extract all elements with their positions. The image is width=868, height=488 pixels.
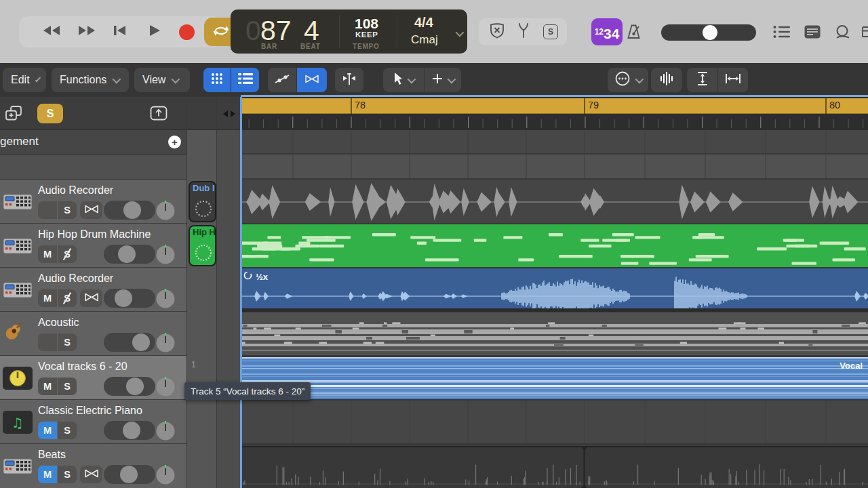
region-hiphop-midi[interactable] (241, 224, 868, 267)
new-track-button[interactable] (4, 105, 23, 125)
rewind-button[interactable] (38, 16, 65, 47)
pan-knob[interactable] (155, 243, 176, 265)
volume-slider[interactable] (104, 245, 155, 264)
hide-tracks-button[interactable] (150, 106, 167, 123)
solo-button[interactable]: S (57, 466, 77, 483)
waveform-zoom-button[interactable] (651, 68, 682, 92)
track-name[interactable]: Vocal tracks 6 - 20 (38, 361, 127, 373)
track-name[interactable]: Audio Recorder (38, 272, 113, 285)
track-name[interactable]: Classic Electric Piano (38, 405, 142, 417)
volume-thumb[interactable] (123, 201, 141, 219)
browser-button[interactable] (861, 25, 868, 41)
live-loops-cell-hiphop[interactable]: Hip H (189, 225, 216, 266)
pan-knob[interactable] (155, 420, 176, 441)
lcd-chevron-down-icon[interactable] (456, 27, 462, 39)
volume-thumb[interactable] (123, 422, 140, 439)
track-row-2[interactable]: Hip Hop Drum Machine MS (0, 224, 186, 268)
loop-browser-button[interactable] (833, 24, 851, 42)
mute-button[interactable]: M (38, 245, 57, 263)
vertical-auto-zoom-button[interactable] (687, 68, 717, 92)
volume-slider[interactable] (104, 465, 155, 484)
volume-slider[interactable] (104, 289, 155, 308)
track-name[interactable]: Beats (38, 449, 66, 461)
live-loops-cell-dub[interactable]: Dub I (189, 181, 216, 222)
volume-thumb[interactable] (132, 333, 150, 351)
add-arrangement-marker-button[interactable]: + (168, 136, 181, 148)
track-row-1[interactable]: Audio Recorder S (0, 180, 186, 224)
playhead[interactable] (240, 97, 242, 488)
region-audio-halfspeed[interactable]: ½x (241, 268, 868, 308)
volume-thumb[interactable] (126, 378, 144, 395)
pan-knob[interactable] (155, 464, 176, 485)
solo-mode-button[interactable]: S (538, 18, 563, 45)
notes-button[interactable] (804, 25, 821, 41)
record-button[interactable] (179, 24, 195, 40)
bar-ruler[interactable]: 787980 (241, 97, 868, 130)
mute-button[interactable]: M (38, 422, 57, 439)
track-name[interactable]: Audio Recorder (38, 184, 113, 197)
lcd-display[interactable]: 0 87 4 BAR BEAT 108 KEEP TEMPO 4/4 Cmaj (231, 9, 467, 54)
secondary-tool-menu[interactable] (425, 68, 461, 92)
play-button[interactable] (142, 16, 167, 47)
track-row-6[interactable]: ♫ Classic Electric Piano MS (0, 400, 186, 444)
track-name[interactable]: Acoustic (38, 317, 79, 329)
pointer-tool-menu[interactable] (383, 68, 424, 92)
volume-thumb[interactable] (120, 466, 138, 483)
region-vocal-stack[interactable]: Vocal (241, 357, 868, 399)
solo-button[interactable]: S (57, 333, 77, 351)
horizontal-auto-zoom-button[interactable] (718, 68, 748, 92)
solo-button[interactable]: S (57, 289, 77, 307)
count-in-button[interactable]: 1234 (591, 18, 623, 45)
pan-knob[interactable] (155, 331, 176, 353)
automation-button[interactable] (268, 68, 296, 92)
edit-menu[interactable]: Edit (3, 68, 46, 92)
view-menu[interactable]: View (134, 68, 190, 92)
master-volume-thumb[interactable] (703, 25, 717, 40)
tuner-button[interactable] (511, 18, 536, 45)
track-row-3[interactable]: Audio Recorder MS (0, 268, 186, 312)
freeze-button[interactable] (80, 289, 102, 307)
solo-button[interactable]: S (57, 201, 77, 219)
pan-knob[interactable] (155, 199, 176, 221)
track-row-4[interactable]: Acoustic S (0, 312, 186, 356)
master-volume-slider[interactable] (661, 24, 756, 41)
pan-knob[interactable] (155, 375, 176, 397)
volume-slider[interactable] (104, 201, 155, 220)
go-to-beginning-button[interactable] (107, 16, 132, 47)
crossfade-button[interactable] (297, 68, 327, 92)
volume-thumb[interactable] (115, 289, 132, 307)
replace-button[interactable] (484, 18, 510, 45)
track-row-5-selected[interactable]: Vocal tracks 6 - 20 MS (0, 356, 186, 400)
tracks-view-button[interactable] (231, 68, 259, 92)
metronome-button[interactable] (625, 24, 642, 43)
functions-menu[interactable]: Functions (52, 68, 129, 92)
forward-button[interactable] (73, 16, 100, 47)
solo-button[interactable]: S (57, 422, 77, 439)
list-editors-button[interactable] (773, 25, 791, 41)
freeze-button[interactable] (80, 201, 102, 219)
mute-button[interactable] (38, 201, 57, 219)
track-row-7[interactable]: Beats MS (0, 444, 186, 488)
freeze-button[interactable] (80, 466, 102, 483)
mute-button[interactable]: M (38, 466, 57, 483)
region-audio-recorder[interactable] (241, 180, 868, 223)
mute-button[interactable]: M (38, 378, 57, 395)
more-options-menu[interactable] (608, 68, 648, 92)
mute-button[interactable] (38, 333, 57, 351)
volume-thumb[interactable] (118, 245, 136, 263)
track-solo-quick-button[interactable]: S (37, 104, 63, 123)
solo-button[interactable]: S (57, 245, 77, 263)
volume-slider[interactable] (104, 333, 155, 352)
solo-button[interactable]: S (57, 378, 77, 395)
track-name[interactable]: Hip Hop Drum Machine (38, 228, 151, 241)
mute-button[interactable]: M (38, 289, 57, 307)
tracks-area[interactable]: ½x Vocal (241, 130, 868, 488)
region-beats[interactable] (241, 446, 868, 488)
volume-slider[interactable] (104, 421, 155, 440)
region-acoustic[interactable] (241, 312, 868, 355)
flex-button[interactable] (335, 68, 363, 92)
live-loops-grid-button[interactable] (203, 68, 231, 92)
volume-slider[interactable] (104, 377, 155, 396)
pan-knob[interactable] (155, 287, 176, 309)
divider-toggle-icon[interactable] (222, 108, 236, 121)
